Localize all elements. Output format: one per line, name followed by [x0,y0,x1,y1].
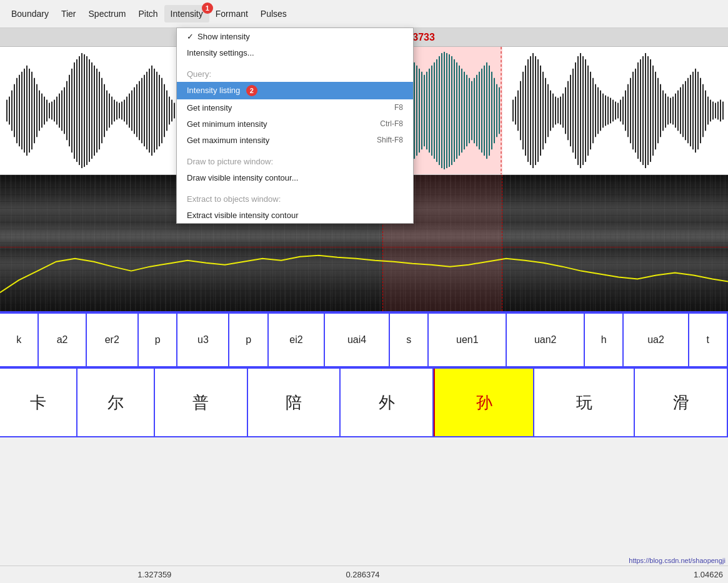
svg-rect-189 [466,75,467,146]
svg-rect-180 [444,52,445,169]
menu-intensity[interactable]: Intensity 1 [164,5,209,22]
svg-rect-21 [54,100,55,122]
svg-rect-78 [530,56,531,165]
dropdown-extract-header: Extract to objects window: [177,191,413,207]
phoneme-cell-5[interactable]: p [229,314,268,367]
chinese-cell-5[interactable]: 孙 [434,369,534,436]
phoneme-cell-12[interactable]: ua2 [624,314,689,367]
chinese-cell-0[interactable]: 卡 [0,369,77,436]
dropdown-intensity-settings[interactable]: Intensity settings... [177,44,413,61]
svg-rect-9 [24,69,25,152]
svg-rect-68 [171,100,172,122]
phoneme-cell-13[interactable]: t [689,314,728,367]
chinese-cell-4[interactable]: 外 [341,369,434,436]
svg-rect-197 [486,62,487,159]
svg-rect-27 [69,75,70,146]
svg-rect-109 [607,97,609,125]
svg-rect-43 [109,94,110,128]
svg-rect-172 [424,75,425,146]
svg-rect-74 [520,81,521,141]
dropdown-show-intensity[interactable]: ✓Show intensity [177,28,413,44]
svg-rect-19 [49,103,50,119]
svg-rect-131 [662,91,664,131]
menu-pulses[interactable]: Pulses [254,5,293,22]
svg-rect-114 [620,100,621,122]
phoneme-cell-6[interactable]: ei2 [269,314,325,367]
svg-rect-173 [426,72,427,149]
dropdown-extract-contour[interactable]: Extract visible intensity contour [177,207,413,223]
svg-rect-59 [149,69,150,152]
svg-rect-28 [71,69,72,152]
svg-rect-187 [461,69,462,152]
svg-rect-20 [51,102,52,120]
dropdown-sep2 [177,148,413,153]
svg-rect-199 [491,72,492,149]
dropdown-sep3 [177,186,413,191]
dropdown-intensity-listing[interactable]: Intensity listing 2 [177,82,413,99]
svg-rect-81 [537,59,539,162]
svg-rect-11 [29,69,30,152]
svg-rect-50 [126,97,127,125]
svg-rect-60 [151,66,152,156]
menubar: Boundary Tier Spectrum Pitch Intensity 1… [0,0,728,28]
dropdown-draw-header: Draw to picture window: [177,153,413,169]
phoneme-cell-9[interactable]: uen1 [429,314,507,367]
chinese-cell-1[interactable]: 尔 [77,369,155,436]
svg-rect-36 [91,62,92,159]
svg-rect-108 [605,96,606,126]
svg-rect-192 [474,78,475,143]
svg-rect-65 [164,84,165,137]
chinese-cell-7[interactable]: 滑 [635,369,728,436]
phoneme-cell-11[interactable]: h [585,314,624,367]
svg-rect-35 [89,59,90,162]
phoneme-cell-0[interactable]: k [0,314,39,367]
menu-spectrum[interactable]: Spectrum [82,5,132,22]
svg-rect-148 [705,91,706,131]
svg-rect-178 [439,56,440,165]
menu-pitch[interactable]: Pitch [132,5,164,22]
phoneme-cell-8[interactable]: s [390,314,429,367]
svg-rect-49 [124,100,125,122]
chinese-cell-6[interactable]: 玩 [534,369,635,436]
phoneme-cell-10[interactable]: uan2 [507,314,585,367]
dropdown-get-max-intensity[interactable]: Get maximum intensity Shift-F8 [177,132,413,148]
svg-rect-12 [31,72,32,149]
phoneme-cell-1[interactable]: a2 [39,314,86,367]
svg-rect-2 [6,100,7,122]
phoneme-cell-7[interactable]: uai4 [325,314,390,367]
svg-rect-3 [9,97,10,125]
svg-rect-137 [677,91,679,131]
svg-rect-146 [700,78,701,143]
menu-tier[interactable]: Tier [55,5,82,22]
svg-rect-134 [670,98,671,124]
svg-rect-193 [476,75,477,146]
phoneme-cell-2[interactable]: er2 [87,314,139,367]
svg-rect-4 [11,91,12,131]
svg-rect-7 [19,75,20,146]
svg-rect-200 [494,78,495,143]
svg-rect-8 [21,72,22,149]
bottom-time-right: 1.04626 [419,570,726,579]
svg-rect-39 [99,72,100,149]
svg-rect-54 [136,84,137,137]
chinese-cell-3[interactable]: 陪 [248,369,341,436]
svg-rect-135 [672,97,674,125]
svg-rect-14 [36,84,37,137]
menu-formant[interactable]: Formant [209,5,254,22]
dropdown-get-intensity[interactable]: Get intensity F8 [177,99,413,116]
bottom-time-mid: 0.286374 [307,570,419,579]
svg-rect-64 [161,78,162,143]
svg-rect-23 [59,94,60,128]
svg-rect-40 [101,78,102,143]
phoneme-cell-3[interactable]: p [139,314,177,367]
svg-rect-110 [610,98,611,124]
chinese-tier: 卡尔普陪外孙玩滑 [0,369,728,437]
svg-rect-152 [715,103,716,119]
chinese-cell-2[interactable]: 普 [155,369,248,436]
dropdown-draw-contour[interactable]: Draw visible intensity contour... [177,169,413,186]
phoneme-cell-4[interactable]: u3 [177,314,229,367]
dropdown-get-min-intensity[interactable]: Get minimum intensity Ctrl-F8 [177,116,413,132]
menu-boundary[interactable]: Boundary [5,5,55,22]
svg-rect-124 [645,53,646,168]
svg-rect-170 [419,69,420,152]
